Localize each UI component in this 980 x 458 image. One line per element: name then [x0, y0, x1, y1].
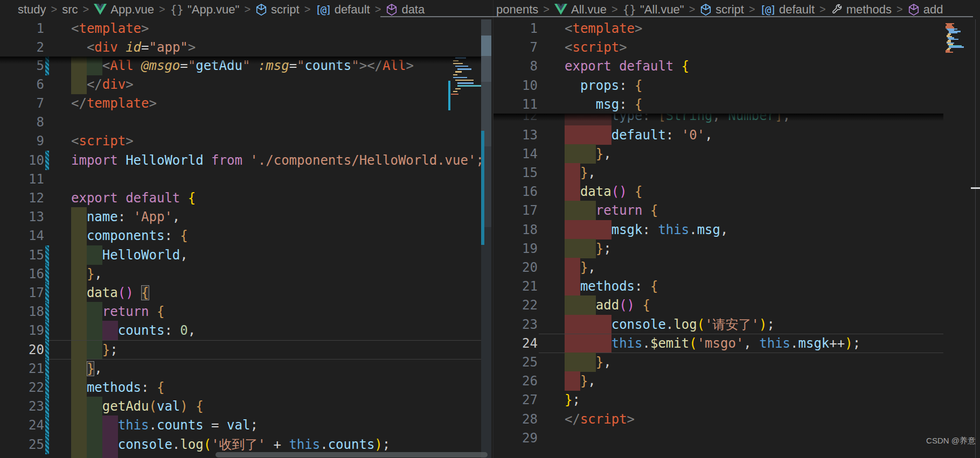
sticky-line-11[interactable]: 11 msg: {: [494, 95, 943, 114]
code-line-text: },: [565, 371, 943, 391]
code-line-8[interactable]: 8: [0, 112, 481, 132]
sticky-line-7[interactable]: 7<script>: [494, 38, 943, 57]
code-line-14[interactable]: 14 components: {: [0, 226, 481, 245]
code-line-11[interactable]: 11: [0, 170, 481, 189]
breadcrumb-item-default[interactable]: [@]default: [760, 3, 815, 17]
cube-purple-icon: [386, 3, 398, 16]
breadcrumb-item-app.vue[interactable]: App.vue: [94, 3, 154, 17]
code-line-13[interactable]: 13 default: '0',: [494, 125, 943, 145]
code-line-18[interactable]: 18 msgk: this.msg,: [494, 220, 943, 239]
code-line-18[interactable]: 18 return {: [0, 302, 481, 321]
code-line-text: [565, 428, 943, 448]
code-line-21[interactable]: 21 },: [0, 359, 481, 378]
line-number: 10: [504, 76, 538, 95]
breadcrumb-item-script[interactable]: script: [700, 3, 744, 17]
line-number: 24: [504, 334, 538, 353]
code-line-14[interactable]: 14 },: [494, 144, 943, 164]
breadcrumb-item-app.vue[interactable]: {}"App.vue": [170, 3, 240, 17]
breadcrumb-item-script[interactable]: script: [255, 3, 300, 17]
code-line-22[interactable]: 22 methods: {: [0, 378, 481, 397]
sticky-line-2[interactable]: 2 <div id="app">: [0, 38, 481, 57]
code-line-19[interactable]: 19 counts: 0,: [0, 321, 481, 340]
line-number: 18: [504, 220, 538, 239]
breadcrumb-item-study[interactable]: study: [18, 3, 46, 17]
code-line-19[interactable]: 19 };: [494, 239, 943, 258]
breadcrumb-label: ponents: [496, 3, 538, 17]
vue-icon: [94, 4, 107, 15]
vertical-scrollbar-left[interactable]: [481, 227, 491, 458]
code-line-text: };: [565, 390, 943, 410]
git-modified-gutter-marker: [45, 397, 49, 416]
right-scrollbar-marker[interactable]: [971, 187, 980, 189]
cube-blue-icon: [255, 3, 267, 16]
vertical-scrollbar-left[interactable]: [481, 56, 491, 82]
breadcrumb-item-ponents[interactable]: ponents: [496, 3, 538, 17]
breadcrumb-item-src[interactable]: src: [62, 3, 78, 17]
code-line-text: console.log('收到了' + this.counts);: [71, 435, 481, 454]
code-line-21[interactable]: 21 methods: {: [494, 277, 943, 296]
line-number: 7: [504, 38, 538, 57]
code-line-15[interactable]: 15 HelloWorld,: [0, 245, 481, 265]
code-line-16[interactable]: 16 },: [0, 264, 481, 284]
sticky-line-10[interactable]: 10 props: {: [494, 76, 943, 95]
code-line-text: },: [71, 264, 481, 284]
code-line-28[interactable]: 28</script>: [494, 410, 943, 429]
code-line-27[interactable]: 27};: [494, 390, 943, 410]
code-line-24[interactable]: 24 this.$emit('msgo', this.msgk++);: [494, 334, 943, 353]
code-line-23[interactable]: 23 console.log('请安了');: [494, 315, 943, 334]
cube-purple-icon: [908, 3, 920, 16]
breadcrumb-separator: >: [304, 3, 311, 16]
vertical-scrollbar-left[interactable]: [481, 36, 491, 56]
git-modified-gutter-marker: [45, 283, 49, 302]
code-line-29[interactable]: 29: [494, 428, 943, 448]
breadcrumb-item-default[interactable]: [@]default: [315, 3, 370, 17]
minimap-left[interactable]: [448, 20, 482, 160]
code-line-26[interactable]: 26 },: [494, 371, 943, 391]
code-line-text: return {: [71, 302, 481, 321]
breadcrumb-separator: >: [244, 3, 251, 16]
code-line-25[interactable]: 25 console.log('收到了' + this.counts);: [0, 435, 481, 454]
line-number: 8: [11, 112, 44, 132]
code-line-12[interactable]: 12export default {: [0, 188, 481, 208]
code-line-10[interactable]: 10import HelloWorld from './components/H…: [0, 151, 481, 170]
code-line-20[interactable]: 20 };: [0, 340, 481, 360]
breadcrumb-item-all.vue[interactable]: {}"All.vue": [623, 3, 684, 17]
hscrollbar-left[interactable]: [216, 452, 488, 457]
sticky-line-8[interactable]: 8export default {: [494, 57, 943, 76]
line-number: 25: [504, 353, 538, 372]
sticky-line-1[interactable]: 1<template>: [0, 19, 481, 38]
code-line-23[interactable]: 23 getAdu(val) {: [0, 397, 481, 416]
code-line-text: return {: [565, 201, 943, 220]
sticky-line-1[interactable]: 1<template>: [494, 19, 943, 38]
code-line-17[interactable]: 17 return {: [494, 201, 943, 220]
line-number: 17: [11, 283, 44, 302]
breadcrumb-item-methods[interactable]: methods: [831, 3, 892, 17]
code-line-text: import HelloWorld from './components/Hel…: [71, 151, 481, 170]
breadcrumb-separator: >: [83, 3, 89, 16]
breadcrumb-item-data[interactable]: data: [386, 3, 425, 17]
breadcrumb-item-all.vue[interactable]: All.vue: [554, 3, 607, 17]
sticky-scroll-header[interactable]: 1<template>7<script>8export default {10 …: [494, 19, 943, 114]
editor-pane-all-vue: ponents>All.vue>{}"All.vue">script>[@]de…: [493, 0, 980, 458]
line-number: 18: [11, 302, 44, 321]
git-modified-gutter-marker: [45, 340, 49, 360]
breadcrumb-separator: >: [749, 3, 755, 16]
code-line-25[interactable]: 25 },: [494, 353, 943, 372]
git-modified-gutter-marker: [45, 264, 49, 284]
code-line-13[interactable]: 13 name: 'App',: [0, 207, 481, 227]
code-line-20[interactable]: 20 },: [494, 258, 943, 277]
minimap-right[interactable]: [942, 20, 977, 160]
vertical-scrollbar-left[interactable]: [481, 19, 491, 36]
code-line-9[interactable]: 9<script>: [0, 131, 481, 151]
code-line-16[interactable]: 16 data() {: [494, 182, 943, 201]
code-line-24[interactable]: 24 this.counts = val;: [0, 415, 481, 435]
code-line-22[interactable]: 22 add() {: [494, 295, 943, 315]
sticky-scroll-header[interactable]: 1<template>2 <div id="app">: [0, 19, 481, 57]
breadcrumb-item-add[interactable]: add: [908, 3, 943, 17]
code-line-15[interactable]: 15 },: [494, 163, 943, 182]
code-line-text: </script>: [565, 410, 943, 429]
line-number: 11: [11, 170, 44, 189]
code-line-17[interactable]: 17 data() {: [0, 283, 481, 302]
code-line-7[interactable]: 7</template>: [0, 94, 481, 113]
code-line-6[interactable]: 6 </div>: [0, 75, 481, 94]
